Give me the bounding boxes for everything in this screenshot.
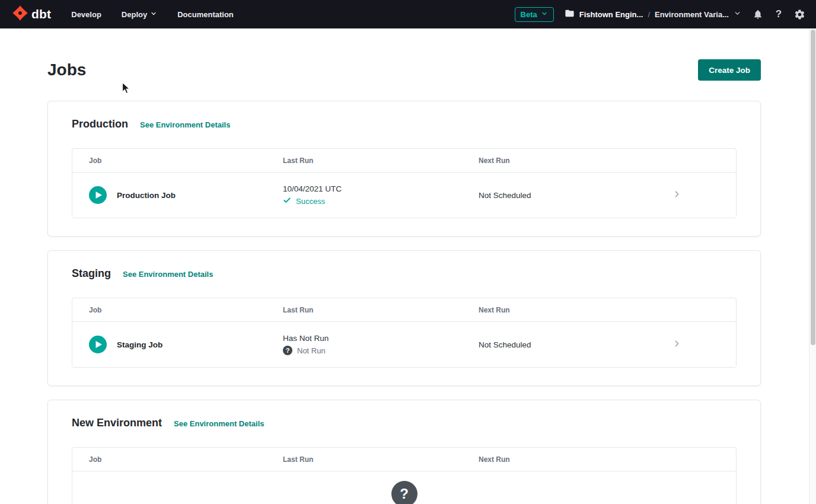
folder-icon (565, 8, 575, 20)
question-circle-icon: ? (283, 346, 292, 355)
row-chevron-cell (617, 189, 736, 202)
next-run-cell: Not Scheduled (479, 340, 617, 349)
environment-name: Staging (72, 267, 111, 280)
column-header-next-run: Next Run (479, 306, 617, 314)
last-run-status: ? Not Run (283, 346, 479, 355)
environment-name: New Environment (72, 417, 162, 429)
column-header-next-run: Next Run (479, 157, 617, 165)
nav-right: Beta Fishtown Engin... / Environment Var… (515, 7, 805, 22)
create-job-button[interactable]: Create Job (698, 59, 761, 81)
last-run-date: 10/04/2021 UTC (283, 184, 479, 193)
page-title: Jobs (47, 60, 86, 79)
page-header: Jobs Create Job (47, 59, 761, 81)
last-run-status: Success (283, 196, 479, 206)
column-header-last-run: Last Run (283, 455, 479, 464)
row-chevron-cell (617, 339, 736, 351)
dbt-logo[interactable]: dbt (12, 5, 51, 24)
jobs-table-header: Job Last Run Next Run (72, 149, 736, 173)
scrollbar-track[interactable] (809, 28, 816, 504)
nav-item-develop[interactable]: Develop (71, 10, 101, 19)
job-row-production[interactable]: Production Job 10/04/2021 UTC Success No… (72, 173, 736, 218)
nav-item-documentation[interactable]: Documentation (177, 10, 234, 19)
column-header-job: Job (72, 157, 283, 165)
job-row-staging[interactable]: Staging Job Has Not Run ? Not Run Not Sc… (72, 322, 736, 367)
check-icon (283, 196, 291, 206)
environment-card-staging: Staging See Environment Details Job Last… (47, 250, 761, 386)
breadcrumb-separator: / (648, 10, 650, 19)
breadcrumb-project[interactable]: Environment Varia... (655, 10, 729, 19)
environment-card-header: New Environment See Environment Details (72, 417, 737, 429)
nav-icon-group: ? (752, 8, 805, 20)
chevron-down-icon (541, 10, 548, 19)
column-header-job: Job (72, 306, 283, 314)
chevron-down-icon (150, 10, 157, 19)
bell-icon[interactable] (752, 8, 764, 20)
jobs-table-header: Job Last Run Next Run (72, 298, 736, 322)
column-header-next-run: Next Run (479, 455, 617, 464)
dbt-logo-icon (12, 5, 28, 24)
environment-card-new-environment: New Environment See Environment Details … (47, 400, 761, 504)
nav-item-deploy[interactable]: Deploy (122, 10, 157, 19)
main-content: Jobs Create Job Production See Environme… (47, 59, 761, 504)
column-header-job: Job (72, 455, 283, 464)
empty-jobs-state: ? (72, 471, 736, 504)
last-run-date: Has Not Run (283, 334, 479, 343)
breadcrumb-account[interactable]: Fishtown Engin... (579, 10, 643, 19)
help-icon[interactable]: ? (773, 8, 785, 20)
scrollbar-thumb[interactable] (811, 30, 815, 345)
run-job-play-button[interactable] (89, 336, 107, 353)
dbt-logo-text: dbt (31, 7, 51, 21)
question-circle-icon: ? (391, 481, 417, 504)
breadcrumb[interactable]: Fishtown Engin... / Environment Varia... (565, 8, 741, 20)
see-environment-details-link[interactable]: See Environment Details (140, 120, 230, 129)
chevron-down-icon (734, 9, 741, 19)
next-run-cell: Not Scheduled (479, 191, 617, 200)
job-cell: Production Job (72, 186, 283, 204)
beta-dropdown[interactable]: Beta (515, 7, 554, 22)
gear-icon[interactable] (793, 8, 805, 20)
chevron-right-icon[interactable] (672, 189, 682, 202)
chevron-right-icon[interactable] (672, 339, 682, 351)
column-header-last-run: Last Run (283, 157, 479, 165)
column-header-last-run: Last Run (283, 306, 479, 314)
environment-card-header: Staging See Environment Details (72, 267, 737, 280)
see-environment-details-link[interactable]: See Environment Details (123, 270, 213, 279)
job-cell: Staging Job (72, 336, 283, 353)
jobs-table: Job Last Run Next Run ? (72, 447, 737, 504)
job-name: Production Job (117, 191, 176, 200)
environment-name: Production (72, 118, 128, 130)
jobs-table-header: Job Last Run Next Run (72, 448, 736, 471)
see-environment-details-link[interactable]: See Environment Details (174, 419, 264, 428)
nav-left: dbt Develop Deploy Documentation (12, 5, 234, 24)
last-run-cell: Has Not Run ? Not Run (283, 334, 479, 355)
environment-card-production: Production See Environment Details Job L… (47, 101, 761, 237)
jobs-table: Job Last Run Next Run Staging Job Has No… (72, 298, 737, 368)
jobs-table: Job Last Run Next Run Production Job 10/… (72, 148, 737, 218)
environment-card-header: Production See Environment Details (72, 118, 737, 130)
last-run-cell: 10/04/2021 UTC Success (283, 184, 479, 206)
job-name: Staging Job (117, 340, 162, 349)
primary-nav: Develop Deploy Documentation (71, 10, 234, 19)
top-nav: dbt Develop Deploy Documentation Beta Fi… (0, 0, 816, 28)
run-job-play-button[interactable] (89, 186, 107, 204)
